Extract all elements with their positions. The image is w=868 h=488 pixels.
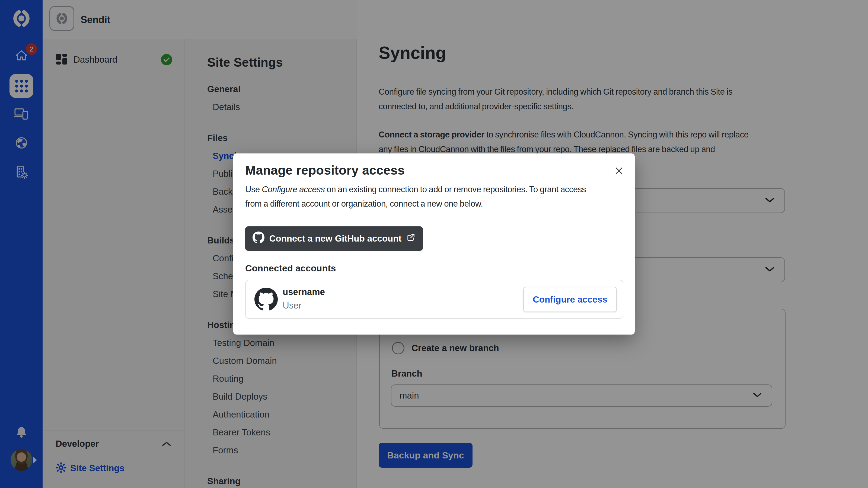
connect-github-button[interactable]: Connect a new GitHub account [245,226,423,251]
account-username: username [283,287,325,297]
modal-body-line-2: from a different account or organization… [245,197,586,211]
connected-accounts-heading: Connected accounts [245,263,336,273]
modal-body-italic: Configure access [262,185,325,194]
modal-title: Manage repository access [245,163,405,177]
github-account-avatar [254,288,278,311]
modal-body-line1-rest: on an existing connection to add or remo… [325,185,586,194]
connected-account-card: username User Configure access [245,280,623,319]
github-icon [252,231,265,246]
close-icon[interactable] [613,165,625,177]
modal-body-pre: Use [245,185,262,194]
manage-repository-access-modal: Manage repository access Use Configure a… [233,154,635,334]
external-link-icon [406,233,415,244]
connect-github-label: Connect a new GitHub account [269,233,402,244]
account-type: User [283,300,302,311]
modal-body-text: Use Configure access on an existing conn… [245,182,586,211]
modal-body-line-1: Use Configure access on an existing conn… [245,182,586,197]
configure-access-button[interactable]: Configure access [523,287,617,312]
